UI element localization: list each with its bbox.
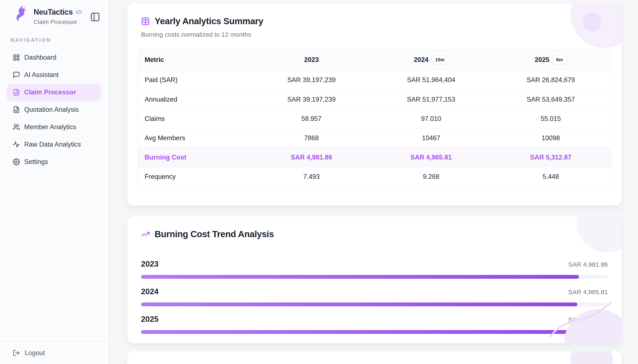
value-cell: 5.448 <box>491 173 611 180</box>
table-header-row: Metric2023202415m20256m <box>138 50 611 70</box>
table-row-burning-cost: Burning CostSAR 4,981.86SAR 4,965.81SAR … <box>138 148 611 167</box>
value-cell: 9.268 <box>371 173 491 180</box>
column-header-label: 2023 <box>304 56 319 64</box>
trend-bar-fill <box>141 330 608 334</box>
trending-up-icon <box>141 230 150 239</box>
trend-bar-track <box>141 275 608 279</box>
table-row-annualized: AnnualizedSAR 39,197,239SAR 51,977,153SA… <box>138 90 611 109</box>
value-cell: 10467 <box>371 134 491 142</box>
table-icon <box>141 17 150 26</box>
period-badge: 15m <box>431 55 448 64</box>
sidebar-item-settings[interactable]: Settings <box>7 153 101 170</box>
value-cell: 7.493 <box>252 173 371 180</box>
trend-bar-fill <box>141 275 579 279</box>
value-cell: 97.010 <box>371 115 491 122</box>
metric-cell: Annualized <box>138 96 252 103</box>
column-header-2025: 20256m <box>491 55 611 64</box>
main-content: Yearly Analytics Summary Burning costs n… <box>110 0 638 364</box>
metric-cell: Avg Members <box>138 134 252 142</box>
trend-bar-value: SAR 4,981.86 <box>568 261 608 268</box>
burning-cost-trend-card: Burning Cost Trend Analysis 2023 SAR 4,9… <box>127 216 621 343</box>
trend-bar-chart: 2023 SAR 4,981.86 2024 SAR 4,965.81 2025… <box>141 260 608 334</box>
value-cell: SAR 39,197,239 <box>252 76 371 84</box>
period-badge: 6m <box>552 55 567 64</box>
nav-item-label: Dashboard <box>24 54 57 61</box>
nav-item-label: Claim Processor <box>24 88 76 96</box>
brand-block: NeuTactics Claim Processor <box>34 8 82 26</box>
table-row-avg-members: Avg Members78681046710098 <box>138 128 611 148</box>
logout-button[interactable]: Logout <box>0 341 109 364</box>
trend-bar-year: 2024 <box>141 287 158 296</box>
value-cell: 10098 <box>491 134 611 142</box>
column-header-label: 2024 <box>414 56 428 64</box>
yearly-analytics-summary-card: Yearly Analytics Summary Burning costs n… <box>127 4 621 205</box>
crown-icon <box>76 9 82 15</box>
trend-bar-value: SAR 5,312.87 <box>568 316 608 323</box>
analytics-table: Metric2023202415m20256m Paid (SAR)SAR 39… <box>138 49 611 186</box>
brand-name: NeuTactics <box>34 8 73 16</box>
file-text-icon <box>13 106 20 113</box>
column-header-label: Metric <box>145 56 164 64</box>
nav-item-label: Raw Data Analytics <box>24 141 81 148</box>
column-header-2023: 2023 <box>252 56 371 64</box>
table-row-paid-sar: Paid (SAR)SAR 39,197,239SAR 51,964,404SA… <box>138 70 611 90</box>
neutactics-logo-icon <box>13 5 28 23</box>
table-row-claims: Claims58.95797.01055.015 <box>138 109 611 128</box>
column-header-metric: Metric <box>138 56 252 64</box>
trend-bar-row: 2024 SAR 4,965.81 <box>141 287 608 306</box>
trend-card-title: Burning Cost Trend Analysis <box>155 229 274 239</box>
sidebar-item-quotation-analysis[interactable]: Quotation Analysis <box>7 101 101 118</box>
trend-bar-fill <box>141 302 577 306</box>
value-cell: 7868 <box>252 134 371 142</box>
nav-item-label: AI Assistant <box>24 71 59 79</box>
settings-icon <box>13 158 20 166</box>
activity-icon <box>13 141 20 148</box>
metric-cell: Paid (SAR) <box>138 76 252 84</box>
trend-bar-track <box>141 330 608 334</box>
sidebar: NeuTactics Claim Processor NAVIGATION Da… <box>0 0 110 364</box>
decorative-blob <box>570 351 613 364</box>
sidebar-item-member-analytics[interactable]: Member Analytics <box>7 118 101 136</box>
value-cell: SAR 51,964,404 <box>371 76 491 84</box>
column-header-label: 2025 <box>535 56 549 64</box>
value-cell: 55.015 <box>491 115 611 122</box>
summary-card-subtitle: Burning costs normalized to 12 months <box>141 31 608 38</box>
metric-cell: Claims <box>138 115 252 122</box>
trend-bar-year: 2023 <box>141 260 158 268</box>
value-cell: SAR 26,824,679 <box>491 76 611 84</box>
nav-item-label: Member Analytics <box>24 123 76 131</box>
brand-subtitle: Claim Processor <box>34 19 82 26</box>
value-cell: 58.957 <box>252 115 371 122</box>
nav-item-label: Quotation Analysis <box>24 106 79 114</box>
file-text-icon <box>13 89 20 96</box>
column-header-2024: 202415m <box>371 55 491 64</box>
trend-bar-row: 2025 SAR 5,312.87 <box>141 315 608 334</box>
partial-card <box>127 351 621 364</box>
value-cell: SAR 4,981.86 <box>252 154 371 161</box>
logout-label: Logout <box>25 349 45 357</box>
users-icon <box>13 124 20 131</box>
sidebar-nav: Dashboard AI Assistant Claim Processor Q… <box>7 49 101 170</box>
nav-section-label: NAVIGATION <box>11 37 51 43</box>
message-square-icon <box>13 71 20 78</box>
nav-item-label: Settings <box>24 158 48 166</box>
log-out-icon <box>13 349 20 356</box>
metric-cell: Frequency <box>138 173 252 180</box>
sidebar-item-dashboard[interactable]: Dashboard <box>7 49 101 66</box>
metric-cell: Burning Cost <box>138 154 252 161</box>
trend-bar-year: 2025 <box>141 315 158 324</box>
sidebar-item-raw-data-analytics[interactable]: Raw Data Analytics <box>7 136 101 153</box>
value-cell: SAR 39,197,239 <box>252 96 371 103</box>
value-cell: SAR 51,977,153 <box>371 96 491 103</box>
value-cell: SAR 4,965.81 <box>371 154 491 161</box>
sidebar-item-ai-assistant[interactable]: AI Assistant <box>7 66 101 84</box>
table-row-frequency: Frequency7.4939.2685.448 <box>138 167 611 186</box>
value-cell: SAR 53,649,357 <box>491 96 611 103</box>
trend-bar-row: 2023 SAR 4,981.86 <box>141 260 608 279</box>
sidebar-collapse-button[interactable] <box>90 12 100 22</box>
sidebar-item-claim-processor[interactable]: Claim Processor <box>7 84 101 101</box>
trend-bar-value: SAR 4,965.81 <box>568 288 608 296</box>
trend-bar-track <box>141 302 608 306</box>
layout-grid-icon <box>13 54 20 61</box>
summary-card-title: Yearly Analytics Summary <box>155 16 263 26</box>
